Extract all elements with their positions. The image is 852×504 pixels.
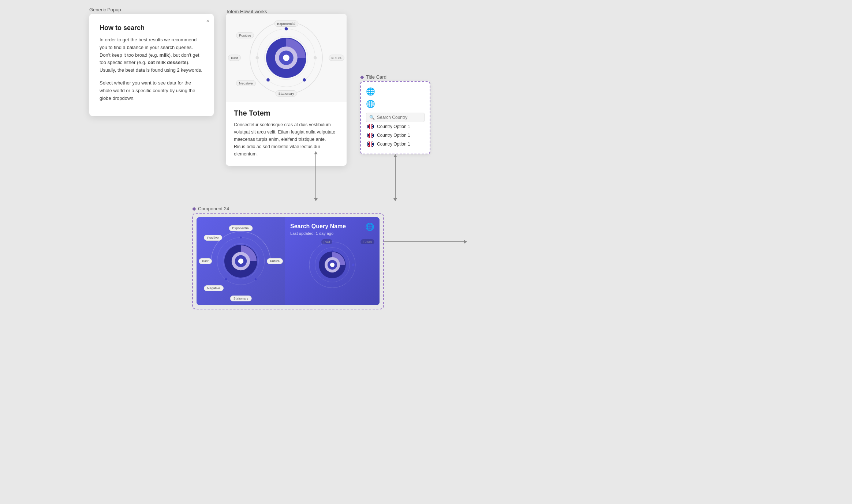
title-card: 🌐 🌐 🔍 Country Option 1 Country Option 1 … xyxy=(360,81,430,154)
search-card-left: Exponential Positive Past Future Negativ… xyxy=(197,217,285,305)
search-card-title: Search Query Name xyxy=(290,223,374,230)
title-card-label: ◆ Title Card xyxy=(360,74,386,80)
search-icon: 🔍 xyxy=(369,115,375,120)
mini-right-totem-svg xyxy=(307,239,358,290)
svg-point-17 xyxy=(238,259,243,264)
search-card-subtitle: Last updated: 1 day ago xyxy=(290,231,374,236)
title-card-diamond-icon: ◆ xyxy=(360,74,364,80)
svg-point-19 xyxy=(225,278,227,280)
title-card-label-text: Title Card xyxy=(366,74,386,80)
svg-point-26 xyxy=(330,263,335,267)
mini-right-future: Future xyxy=(360,239,374,244)
country-option-3-label: Country Option 1 xyxy=(377,142,410,147)
svg-point-27 xyxy=(331,251,333,252)
totem-popup-label: Totem How it works xyxy=(226,9,267,14)
svg-point-6 xyxy=(283,54,289,61)
uk-flag-icon-1 xyxy=(367,124,374,129)
arrow-vertical-1 xyxy=(315,151,316,201)
diagram-label-past: Past xyxy=(228,55,241,61)
globe-icon-1[interactable]: 🌐 xyxy=(366,87,425,96)
globe-icon-2[interactable]: 🌐 xyxy=(366,99,425,108)
search-card-diagram: Past Future xyxy=(290,239,374,290)
totem-content: The Totem Consectetur scelerisque cras a… xyxy=(226,102,347,166)
diagram-label-exponential: Exponential xyxy=(274,20,298,27)
arrow-horizontal xyxy=(383,241,467,242)
mini-label-future: Future xyxy=(267,258,283,264)
svg-point-28 xyxy=(352,264,354,266)
totem-diagram: Exponential Positive Past Future Negativ… xyxy=(226,14,347,102)
search-card-right: 🌐 Search Query Name Last updated: 1 day … xyxy=(285,217,380,305)
generic-popup-label: Generic Popup xyxy=(89,7,121,12)
country-option-1[interactable]: Country Option 1 xyxy=(366,122,425,131)
component-24-label-text: Component 24 xyxy=(198,206,229,211)
mini-label-stationary: Stationary xyxy=(230,296,252,301)
totem-popup: × Exponential Positive Past Future Negat… xyxy=(226,14,347,166)
mini-label-negative: Negative xyxy=(204,285,224,291)
component-24-label: ◆ Component 24 xyxy=(192,206,229,211)
component-24-diamond-icon: ◆ xyxy=(192,206,196,211)
svg-point-7 xyxy=(285,27,288,30)
mini-label-past: Past xyxy=(199,258,212,264)
mini-label-positive: Positive xyxy=(204,235,222,241)
search-card-globe-icon[interactable]: 🌐 xyxy=(365,222,374,231)
country-option-2-label: Country Option 1 xyxy=(377,133,410,138)
svg-point-8 xyxy=(303,78,306,82)
diagram-label-stationary: Stationary xyxy=(276,90,297,97)
mini-right-past: Past xyxy=(321,239,332,244)
generic-popup-close[interactable]: × xyxy=(206,18,209,24)
diagram-label-positive: Positive xyxy=(236,32,254,38)
search-country-input[interactable] xyxy=(377,115,421,120)
totem-diagram-svg xyxy=(246,18,326,98)
diagram-label-future: Future xyxy=(329,55,344,61)
generic-popup-paragraph2: Select whether you want to see data for … xyxy=(100,79,203,102)
component-24: Exponential Positive Past Future Negativ… xyxy=(192,213,384,309)
diagram-label-negative: Negative xyxy=(236,80,256,86)
svg-point-9 xyxy=(266,78,270,82)
uk-flag-icon-2 xyxy=(367,133,374,138)
country-option-3[interactable]: Country Option 1 xyxy=(366,140,425,148)
totem-popup-title: The Totem xyxy=(234,109,339,117)
arrow-vertical-2 xyxy=(395,154,396,201)
svg-point-11 xyxy=(314,56,317,60)
country-option-1-label: Country Option 1 xyxy=(377,124,410,129)
svg-point-18 xyxy=(240,237,242,238)
country-search-box[interactable]: 🔍 xyxy=(366,113,425,122)
country-option-2[interactable]: Country Option 1 xyxy=(366,131,425,140)
generic-popup: × How to search In order to get the best… xyxy=(89,14,214,116)
mini-label-exponential: Exponential xyxy=(229,225,253,231)
totem-popup-description: Consectetur scelerisque cras at duis ves… xyxy=(234,121,339,158)
uk-flag-icon-3 xyxy=(367,142,374,147)
svg-point-20 xyxy=(255,278,257,280)
generic-popup-title: How to search xyxy=(100,24,203,32)
generic-popup-paragraph1: In order to get the best results we reco… xyxy=(100,36,203,74)
search-card: Exponential Positive Past Future Negativ… xyxy=(197,217,380,305)
svg-point-10 xyxy=(255,56,259,60)
title-card-globe-row: 🌐 🌐 xyxy=(366,87,425,108)
